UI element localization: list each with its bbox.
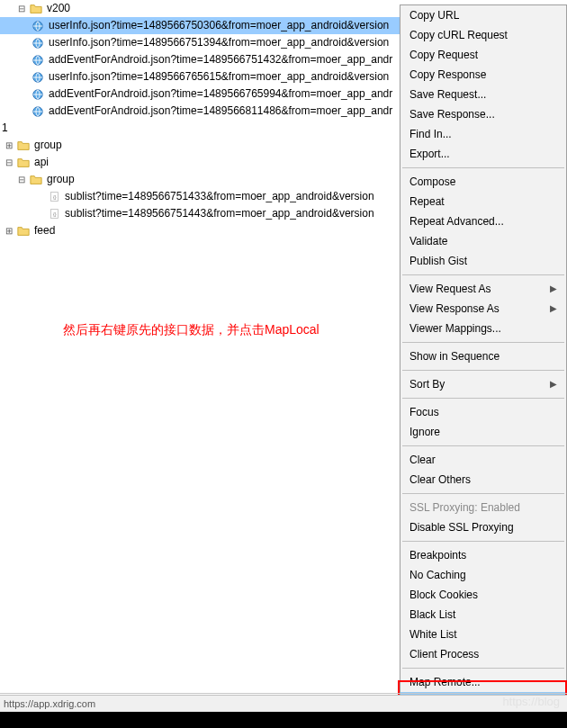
menu-viewer-mappings[interactable]: Viewer Mappings... <box>400 319 566 338</box>
row-label: 1 <box>2 120 8 137</box>
collapse-icon[interactable]: ⊟ <box>16 175 27 185</box>
menu-black-list[interactable]: Black List <box>400 605 566 625</box>
folder-icon <box>16 224 31 238</box>
menu-save-request[interactable]: Save Request... <box>400 85 566 104</box>
menu-separator <box>402 167 564 168</box>
tree-row[interactable]: addEventForAndroid.json?time=14895667514… <box>0 51 400 68</box>
globe-icon <box>31 87 45 102</box>
menu-separator <box>402 493 564 494</box>
collapse-icon[interactable]: ⊟ <box>4 157 14 168</box>
row-label: addEventForAndroid.json?time=14895667659… <box>49 85 392 103</box>
menu-separator <box>402 342 564 343</box>
menu-separator <box>402 668 564 669</box>
row-label: sublist?time=1489566751443&from=moer_app… <box>65 205 374 222</box>
row-label: group <box>47 171 75 188</box>
tree-panel: ⊟ v200 userInfo.json?time=1489566750306&… <box>0 0 400 693</box>
menu-repeat[interactable]: Repeat <box>400 192 566 211</box>
menu-disable-ssl[interactable]: Disable SSL Proxying <box>400 517 566 537</box>
bottom-strip <box>0 712 567 728</box>
menu-no-caching[interactable]: No Caching <box>400 565 566 585</box>
menu-white-list[interactable]: White List <box>400 625 566 644</box>
tree-row[interactable]: ⊞ feed <box>0 222 400 239</box>
expand-icon[interactable]: ⊞ <box>4 140 14 151</box>
menu-separator <box>402 445 564 446</box>
globe-icon <box>31 53 45 67</box>
globe-icon <box>31 19 45 33</box>
menu-compose[interactable]: Compose <box>400 172 566 192</box>
menu-copy-response[interactable]: Copy Response <box>400 65 566 85</box>
menu-view-response-as[interactable]: View Response As▶ <box>400 299 566 319</box>
menu-validate[interactable]: Validate <box>400 231 566 251</box>
globe-icon <box>31 104 45 119</box>
document-icon: {} <box>47 190 61 204</box>
tree-row[interactable]: userInfo.json?time=1489566750306&from=mo… <box>0 17 400 34</box>
tree-row[interactable]: ⊞ group <box>0 137 400 154</box>
menu-copy-request[interactable]: Copy Request <box>400 45 566 65</box>
menu-copy-url[interactable]: Copy URL <box>400 5 566 25</box>
menu-publish-gist[interactable]: Publish Gist <box>400 251 566 271</box>
menu-separator <box>402 541 564 542</box>
tree-row[interactable]: userInfo.json?time=1489566751394&from=mo… <box>0 34 400 51</box>
tree-row[interactable]: ⊟ v200 <box>0 0 400 17</box>
svg-text:{}: {} <box>52 194 56 200</box>
row-label: userInfo.json?time=1489566765615&from=mo… <box>49 68 389 85</box>
menu-breakpoints[interactable]: Breakpoints <box>400 545 566 565</box>
menu-repeat-advanced[interactable]: Repeat Advanced... <box>400 211 566 231</box>
row-label: api <box>34 154 49 171</box>
row-label: userInfo.json?time=1489566751394&from=mo… <box>49 34 389 51</box>
status-text: https://app.xdrig.com <box>4 698 95 709</box>
annotation-text: 然后再右键原先的接口数据，并点击MapLocal <box>63 322 320 338</box>
tree-row[interactable]: {} sublist?time=1489566751443&from=moer_… <box>0 205 400 222</box>
tree-row[interactable]: ⊟ api <box>0 154 400 171</box>
row-label: group <box>34 137 62 154</box>
menu-client-process[interactable]: Client Process <box>400 644 566 664</box>
globe-icon <box>31 36 45 50</box>
menu-sort-by[interactable]: Sort By▶ <box>400 374 566 394</box>
tree-row[interactable]: 1 <box>0 120 400 137</box>
menu-find-in[interactable]: Find In... <box>400 124 566 144</box>
menu-block-cookies[interactable]: Block Cookies <box>400 585 566 605</box>
globe-icon <box>31 70 45 85</box>
menu-view-request-as[interactable]: View Request As▶ <box>400 279 566 299</box>
row-label: sublist?time=1489566751433&from=moer_app… <box>65 188 374 205</box>
tree-row[interactable]: ⊟ group <box>0 171 400 188</box>
menu-clear[interactable]: Clear <box>400 450 566 470</box>
menu-copy-curl[interactable]: Copy cURL Request <box>400 25 566 45</box>
row-label: feed <box>34 222 55 239</box>
divider <box>0 693 567 694</box>
svg-text:{}: {} <box>52 211 56 217</box>
tree-row[interactable]: userInfo.json?time=1489566765615&from=mo… <box>0 68 400 85</box>
row-label: addEventForAndroid.json?time=14895668114… <box>49 103 392 120</box>
tree-row[interactable]: {} sublist?time=1489566751433&from=moer_… <box>0 188 400 205</box>
menu-focus[interactable]: Focus <box>400 402 566 422</box>
document-icon: {} <box>47 207 61 221</box>
context-menu: Copy URL Copy cURL Request Copy Request … <box>400 4 567 713</box>
status-bar: https://app.xdrig.com <box>0 695 567 712</box>
menu-show-in-sequence[interactable]: Show in Sequence <box>400 346 566 366</box>
menu-clear-others[interactable]: Clear Others <box>400 470 566 490</box>
menu-map-remote[interactable]: Map Remote... <box>400 672 566 692</box>
folder-icon <box>16 156 31 170</box>
menu-ssl-proxying: SSL Proxying: Enabled <box>400 498 566 517</box>
folder-icon <box>29 2 43 16</box>
row-label: addEventForAndroid.json?time=14895667514… <box>49 51 392 68</box>
tree-row[interactable]: addEventForAndroid.json?time=14895667659… <box>0 85 400 103</box>
menu-save-response[interactable]: Save Response... <box>400 104 566 124</box>
submenu-arrow-icon: ▶ <box>550 279 557 299</box>
submenu-arrow-icon: ▶ <box>550 374 557 394</box>
folder-icon <box>16 139 31 153</box>
menu-export[interactable]: Export... <box>400 144 566 164</box>
row-label: userInfo.json?time=1489566750306&from=mo… <box>49 17 389 34</box>
folder-icon <box>29 173 43 187</box>
menu-separator <box>402 274 564 275</box>
row-label: v200 <box>47 0 70 17</box>
tree-row[interactable]: addEventForAndroid.json?time=14895668114… <box>0 103 400 120</box>
menu-separator <box>402 398 564 399</box>
collapse-icon[interactable]: ⊟ <box>16 4 27 14</box>
menu-ignore[interactable]: Ignore <box>400 422 566 442</box>
expand-icon[interactable]: ⊞ <box>4 226 14 237</box>
submenu-arrow-icon: ▶ <box>550 299 557 319</box>
menu-separator <box>402 370 564 371</box>
